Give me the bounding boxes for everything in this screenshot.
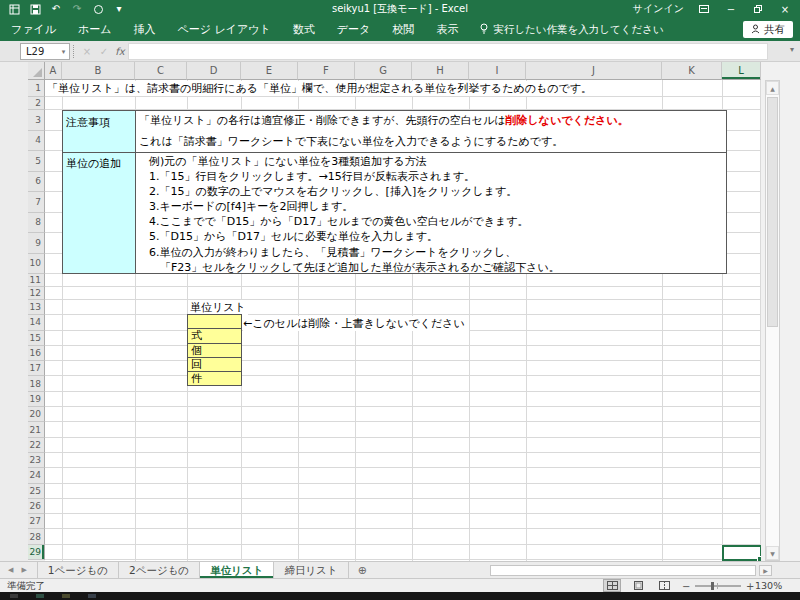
horizontal-scrollbar[interactable] [490, 565, 756, 576]
close-icon[interactable]: × [778, 2, 792, 16]
row-header[interactable]: 23 [28, 453, 45, 468]
row-header[interactable]: 20 [28, 407, 45, 422]
undo-icon[interactable]: ↶ [50, 3, 62, 15]
ribbon-tab[interactable]: ホーム [67, 18, 123, 41]
tell-me-box[interactable]: 実行したい作業を入力してください [479, 23, 663, 37]
unit-list-cell[interactable]: 件 [187, 371, 242, 386]
unit-list-cell[interactable]: 式 [187, 328, 242, 343]
formula-input[interactable] [128, 43, 768, 60]
row-header[interactable]: 7 [28, 192, 45, 213]
new-sheet-icon[interactable]: ⊕ [349, 562, 376, 578]
column-header[interactable]: J [526, 62, 662, 80]
scroll-up-icon[interactable]: ▲ [766, 81, 779, 95]
row-header[interactable]: 1 [28, 80, 45, 97]
add-unit-step: 3.キーボードの[f4]キーを2回押します。 [139, 199, 724, 214]
name-box[interactable]: L29 [20, 43, 58, 60]
scroll-right-icon[interactable]: ▶ [759, 565, 772, 576]
sheet-tab[interactable]: 1ページもの [38, 562, 119, 578]
ribbon-tab[interactable]: 挿入 [123, 18, 167, 41]
zoom-slider-thumb[interactable] [711, 582, 714, 590]
share-button[interactable]: 共有 [743, 21, 793, 38]
zoom-out-icon[interactable]: − [682, 581, 690, 592]
ribbon-tab[interactable]: データ [326, 18, 382, 41]
row-header[interactable]: 12 [28, 287, 45, 300]
row-header[interactable]: 29 [28, 545, 45, 560]
row-header[interactable]: 18 [28, 376, 45, 391]
sheet-tab[interactable]: 2ページもの [119, 562, 200, 578]
row-header[interactable]: 17 [28, 361, 45, 376]
row-header[interactable]: 13 [28, 300, 45, 315]
row-header[interactable]: 6 [28, 172, 45, 193]
column-header[interactable]: G [355, 62, 412, 80]
sheet-nav-next-icon[interactable]: ▶ [21, 566, 26, 574]
unit-list-cell[interactable]: 個 [187, 343, 242, 358]
row-header[interactable]: 4 [28, 131, 45, 152]
column-header[interactable]: H [412, 62, 469, 80]
ribbon-tab[interactable]: ページ レイアウト [167, 18, 282, 41]
row-header[interactable]: 22 [28, 438, 45, 453]
sheet-tabs-bar: ◀ ▶ 1ページもの2ページもの単位リスト締日リスト ⊕ ▶ [0, 561, 800, 578]
grid-canvas[interactable]: 「単位リスト」は、請求書の明細行にある「単位」欄で、使用が想定される単位を列挙す… [45, 80, 761, 561]
column-header[interactable]: E [241, 62, 298, 80]
row-header[interactable]: 3 [28, 110, 45, 131]
row-header[interactable]: 16 [28, 346, 45, 361]
row-header[interactable]: 21 [28, 422, 45, 437]
scroll-down-icon[interactable]: ▼ [766, 546, 779, 560]
row-header[interactable]: 10 [28, 254, 45, 275]
column-header[interactable]: A [45, 62, 62, 80]
row-header[interactable]: 9 [28, 233, 45, 254]
sheet-tab[interactable]: 締日リスト [274, 562, 348, 578]
row-header[interactable]: 26 [28, 499, 45, 514]
zoom-in-icon[interactable]: + [746, 581, 754, 592]
zoom-slider[interactable] [695, 585, 741, 587]
sheet-nav-prev-icon[interactable]: ◀ [8, 566, 13, 574]
page-layout-view-icon[interactable] [630, 580, 646, 591]
unit-list-cell[interactable] [187, 314, 242, 329]
row-header[interactable]: 2 [28, 97, 45, 110]
column-header[interactable]: I [469, 62, 526, 80]
row-header[interactable]: 8 [28, 213, 45, 234]
title-bar: ↶ ↷ ▾ seikyu1 [互換モード] - Excel サインイン − × [0, 0, 800, 18]
column-header[interactable]: C [135, 62, 187, 80]
restore-icon[interactable] [751, 2, 765, 16]
row-header[interactable]: 25 [28, 484, 45, 499]
page-break-view-icon[interactable] [656, 580, 672, 591]
unit-list-cell[interactable]: 回 [187, 357, 242, 372]
cancel-icon[interactable]: × [79, 43, 95, 60]
row-header[interactable]: 14 [28, 315, 45, 330]
ribbon-tab[interactable]: 校閲 [381, 18, 425, 41]
name-box-dropdown-icon[interactable]: ▾ [58, 43, 70, 60]
touch-mode-icon[interactable] [92, 3, 104, 15]
save-icon[interactable] [29, 3, 41, 15]
ribbon-tab[interactable]: 表示 [425, 18, 469, 41]
expand-formula-bar-icon[interactable]: ▾ [790, 45, 794, 54]
row-header[interactable]: 11 [28, 274, 45, 287]
row-header[interactable]: 19 [28, 392, 45, 407]
sign-in-link[interactable]: サインイン [633, 2, 684, 16]
minimize-icon[interactable]: − [724, 2, 738, 16]
row-header[interactable]: 24 [28, 468, 45, 483]
vertical-scrollbar[interactable]: ▲ ▼ [765, 80, 780, 561]
sheet-tab[interactable]: 単位リスト [200, 562, 274, 578]
column-header[interactable]: F [298, 62, 355, 80]
column-header[interactable]: D [187, 62, 241, 80]
row-header[interactable]: 27 [28, 514, 45, 529]
row-header[interactable]: 5 [28, 151, 45, 172]
redo-icon[interactable]: ↷ [71, 3, 83, 15]
row-header[interactable]: 15 [28, 331, 45, 346]
ribbon-display-options-icon[interactable] [697, 2, 711, 16]
row-header[interactable]: 28 [28, 529, 45, 544]
ribbon-tab[interactable]: 数式 [282, 18, 326, 41]
enter-check-icon[interactable]: ✓ [96, 43, 112, 60]
zoom-level[interactable]: 130% [755, 580, 782, 591]
column-header[interactable]: L [722, 62, 761, 80]
qat-customize-icon[interactable]: ▾ [113, 3, 125, 15]
column-header[interactable]: K [662, 62, 722, 80]
selected-cell[interactable] [722, 545, 761, 561]
column-header[interactable]: B [62, 62, 135, 80]
ribbon-tab[interactable]: ファイル [0, 18, 67, 41]
insert-function-icon[interactable]: fx [112, 43, 128, 60]
vertical-scrollbar-thumb[interactable] [767, 97, 778, 327]
normal-view-icon[interactable] [604, 580, 620, 591]
select-all-corner[interactable] [28, 62, 45, 80]
